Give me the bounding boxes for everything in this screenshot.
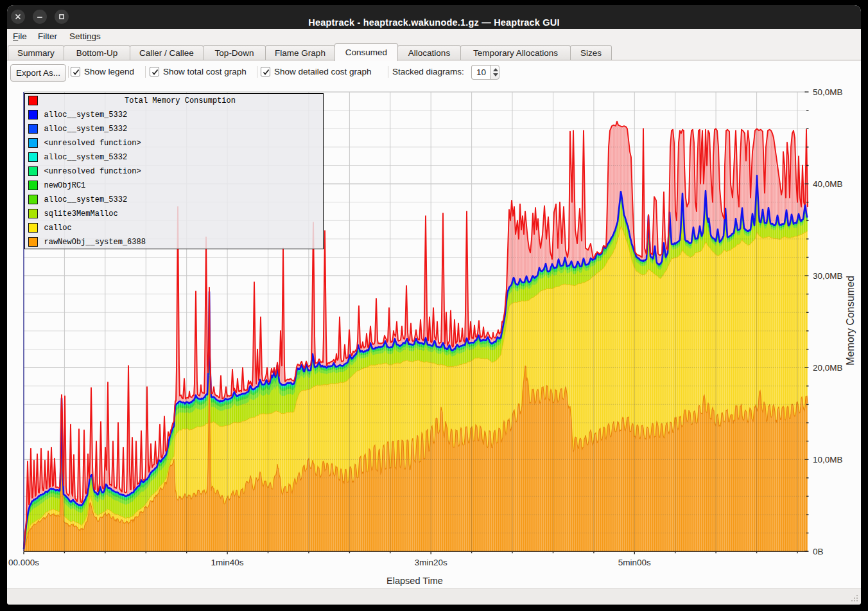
svg-text:40,0MB: 40,0MB: [813, 179, 843, 189]
svg-text:30,0MB: 30,0MB: [813, 271, 843, 281]
svg-text:Memory Consumed: Memory Consumed: [845, 276, 856, 366]
svg-text:3min20s: 3min20s: [415, 558, 447, 567]
svg-text:Elapsed Time: Elapsed Time: [386, 576, 443, 586]
svg-text:5min00s: 5min00s: [618, 558, 651, 567]
svg-text:0B: 0B: [813, 547, 824, 556]
svg-text:20,0MB: 20,0MB: [813, 363, 843, 373]
svg-text:00.000s: 00.000s: [8, 558, 39, 567]
svg-text:50,0MB: 50,0MB: [813, 87, 843, 97]
svg-text:10,0MB: 10,0MB: [813, 455, 843, 465]
svg-text:1min40s: 1min40s: [211, 558, 244, 567]
